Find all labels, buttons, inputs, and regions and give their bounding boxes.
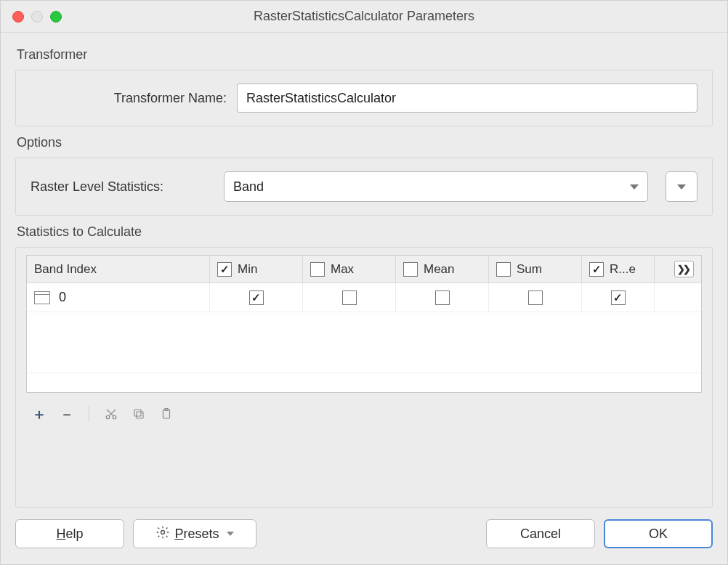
window-title: RasterStatisticsCalculator Parameters [1,9,727,24]
gear-icon [155,525,170,543]
svg-rect-4 [137,412,143,418]
row-type-icon [34,291,50,304]
cell-band-index-value: 0 [59,290,66,305]
help-button[interactable]: Help [15,519,124,548]
cancel-label: Cancel [520,527,561,542]
th-range-label: R...e [610,262,636,277]
statistics-table: Band Index Min Max Mean [26,255,702,393]
copy-button[interactable] [132,407,146,421]
th-sum[interactable]: Sum [489,256,582,283]
th-range-checkbox[interactable] [589,262,604,277]
cell-expand [655,283,701,312]
window-controls [1,11,62,23]
chevron-down-icon [227,532,234,536]
th-min-label: Min [238,262,257,277]
th-max[interactable]: Max [303,256,396,283]
ok-label: OK [649,527,668,542]
table-empty-row [27,312,701,373]
statistics-panel: Band Index Min Max Mean [15,247,713,508]
dialog-window: RasterStatisticsCalculator Parameters Tr… [0,0,728,565]
cell-max[interactable] [303,283,396,312]
table-toolbar: ＋ － [26,393,702,426]
remove-row-button[interactable]: － [60,407,74,421]
cancel-button[interactable]: Cancel [486,519,595,548]
cell-range[interactable] [582,283,655,312]
paste-button[interactable] [159,407,174,421]
cell-max-checkbox[interactable] [342,290,357,305]
raster-level-value: Band [233,179,630,195]
transformer-name-input[interactable] [237,84,697,113]
cell-sum[interactable] [489,283,582,312]
th-mean-checkbox[interactable] [403,262,418,277]
th-min[interactable]: Min [210,256,303,283]
zoom-icon[interactable] [50,11,62,23]
toolbar-divider [89,406,89,422]
raster-level-select[interactable]: Band [224,171,648,202]
raster-level-menu-button[interactable] [666,171,697,202]
th-range[interactable]: R...e [582,256,655,283]
th-band-index-label: Band Index [34,262,97,277]
cell-min-checkbox[interactable] [249,290,264,305]
expand-columns-icon[interactable]: ❯❯ [674,261,694,277]
svg-point-1 [113,415,116,419]
section-label-transformer: Transformer [17,47,713,62]
th-expand[interactable]: ❯❯ [655,256,701,283]
th-band-index[interactable]: Band Index [27,256,210,283]
cell-sum-checkbox[interactable] [528,290,543,305]
presets-button[interactable]: Presets [133,519,256,548]
cell-range-checkbox[interactable] [611,290,626,305]
cut-button[interactable] [104,407,118,421]
cell-band-index[interactable]: 0 [27,283,210,312]
section-label-statistics: Statistics to Calculate [17,224,713,240]
content: Transformer Transformer Name: Options Ra… [1,33,727,515]
options-panel: Raster Level Statistics: Band [15,158,713,216]
svg-rect-5 [134,410,141,416]
th-sum-label: Sum [517,262,542,277]
table-footer [27,373,701,392]
cell-mean[interactable] [396,283,489,312]
transformer-panel: Transformer Name: [15,70,713,126]
svg-point-0 [106,415,110,419]
help-label: Help [56,527,83,542]
presets-label: Presets [174,527,219,542]
th-mean[interactable]: Mean [396,256,489,283]
add-row-button[interactable]: ＋ [32,407,46,421]
th-max-checkbox[interactable] [310,262,325,277]
raster-level-label: Raster Level Statistics: [31,179,214,195]
transformer-name-label: Transformer Name: [31,91,227,106]
minimize-icon[interactable] [31,11,43,23]
ok-button[interactable]: OK [604,519,713,548]
close-icon[interactable] [12,11,24,23]
th-min-checkbox[interactable] [217,262,232,277]
titlebar: RasterStatisticsCalculator Parameters [1,1,727,33]
th-max-label: Max [331,262,354,277]
section-label-options: Options [17,135,713,150]
dialog-footer: Help Presets Cancel OK [1,515,727,564]
cell-mean-checkbox[interactable] [435,290,450,305]
table-row[interactable]: 0 [27,283,701,312]
table-header: Band Index Min Max Mean [27,256,701,283]
chevron-down-icon [677,184,686,190]
svg-point-8 [161,530,165,534]
th-sum-checkbox[interactable] [496,262,511,277]
chevron-down-icon [630,184,639,190]
th-mean-label: Mean [424,262,455,277]
cell-min[interactable] [210,283,303,312]
